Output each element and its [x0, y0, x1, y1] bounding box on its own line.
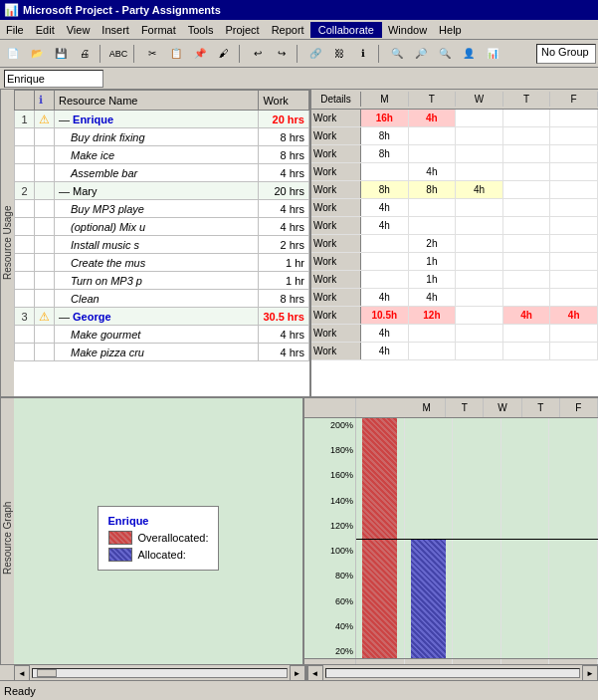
row-icon — [35, 290, 55, 308]
gantt-cell — [456, 307, 503, 324]
save-button[interactable]: 💾 — [50, 43, 72, 65]
name-input[interactable] — [4, 70, 103, 88]
col-resource-name: Resource Name — [55, 91, 259, 111]
copy-button[interactable]: 📋 — [165, 43, 187, 65]
cut-button[interactable]: ✂ — [141, 43, 163, 65]
gantt-cells: 1h — [361, 253, 598, 270]
gantt-row: Work4h — [311, 217, 598, 235]
gantt-cells: 8h — [361, 145, 598, 162]
paste-button[interactable]: 📌 — [189, 43, 211, 65]
scroll-left[interactable]: ◄ — [14, 665, 30, 681]
menu-format[interactable]: Format — [135, 22, 182, 38]
gantt-day-header: T — [503, 92, 551, 107]
scroll-right-l[interactable]: ► — [290, 665, 305, 681]
chart-day-headers: MTWTF — [408, 398, 598, 417]
scroll-track-right[interactable] — [325, 668, 581, 678]
print-button[interactable]: 🖨 — [74, 43, 96, 65]
gantt-cell: 4h — [361, 325, 409, 342]
gantt-cell — [409, 217, 457, 234]
row-number: 1 — [15, 111, 35, 128]
menu-report[interactable]: Report — [266, 22, 310, 38]
menu-tools[interactable]: Tools — [182, 22, 220, 38]
gantt-header: Details MTWTF — [311, 90, 598, 110]
scroll-left-r[interactable]: ◄ — [307, 665, 323, 681]
gantt-cell — [503, 145, 551, 162]
row-icon — [35, 254, 55, 272]
work-cell: 4 hrs — [259, 344, 309, 361]
overalloc-legend-item: Overallocated: — [108, 531, 209, 545]
chart-day-header: M — [408, 398, 446, 417]
legend-title: Enrique — [108, 515, 209, 527]
collapse-icon[interactable]: — — [59, 185, 73, 197]
resource-name-cell: — Enrique — [55, 111, 259, 128]
gantt-detail-cell: Work — [311, 199, 361, 216]
left-scrollbar[interactable]: ◄ ► — [14, 665, 305, 680]
chart-body-area: 200%180%160%140%120%100%80%60%40%20% — [304, 418, 598, 658]
resource-table: ℹ Resource Name Work 1⚠— Enrique20 hrsBu… — [14, 90, 309, 361]
undo-button[interactable]: ↩ — [247, 43, 269, 65]
alloc-swatch — [108, 548, 132, 562]
work-cell: 8 hrs — [259, 128, 309, 146]
gantt-cell — [503, 181, 551, 198]
upper-pane: Resource Usage ℹ Resource Name Work 1⚠— … — [0, 90, 598, 398]
resource-name-cell: Assemble bar — [55, 164, 259, 182]
menu-window[interactable]: Window — [382, 22, 433, 38]
resource-name-cell: Turn on MP3 p — [55, 272, 259, 290]
gantt-cell — [456, 235, 503, 252]
link-button[interactable]: 🔗 — [304, 43, 326, 65]
menu-project[interactable]: Project — [219, 22, 265, 38]
gantt-cell — [503, 253, 551, 270]
gantt-day-header: T — [409, 92, 457, 107]
col-icon: ℹ — [35, 91, 55, 111]
collapse-icon[interactable]: — — [59, 311, 73, 323]
menu-file[interactable]: File — [0, 22, 30, 38]
collapse-icon[interactable]: — — [59, 114, 73, 125]
gantt-cells: 10.5h12h4h4h — [361, 307, 598, 324]
gantt-row: Work4h — [311, 163, 598, 181]
row-icon — [35, 272, 55, 290]
table-row: Make pizza cru4 hrs — [15, 344, 309, 361]
task-info[interactable]: ℹ — [352, 43, 374, 65]
gantt-cell — [456, 163, 503, 180]
gantt-row: Work16h4h — [311, 110, 598, 127]
gantt-cells: 4h — [361, 325, 598, 342]
gantt-cell — [550, 145, 598, 162]
row-icon: ⚠ — [35, 111, 55, 128]
spell-button[interactable]: ABC — [107, 43, 129, 65]
menu-view[interactable]: View — [61, 22, 97, 38]
zoom-out[interactable]: 🔍 — [434, 43, 456, 65]
new-button[interactable]: 📄 — [2, 43, 24, 65]
table-row: Turn on MP3 p1 hr — [15, 272, 309, 290]
menu-collaborate[interactable]: Collaborate — [310, 22, 382, 38]
filter-button[interactable]: 🔍 — [386, 43, 408, 65]
format-painter[interactable]: 🖌 — [213, 43, 235, 65]
resource-name-cell: Install music s — [55, 236, 259, 254]
open-button[interactable]: 📂 — [26, 43, 48, 65]
gantt-cell — [456, 127, 503, 144]
gantt-cell: 4h — [361, 343, 409, 359]
table-row: Buy drink fixing8 hrs — [15, 128, 309, 146]
no-group-dropdown[interactable]: No Group — [536, 44, 596, 64]
gantt-cell — [550, 289, 598, 306]
scroll-track-left[interactable] — [32, 668, 288, 678]
zoom-in[interactable]: 🔎 — [410, 43, 432, 65]
gantt-cells: 4h — [361, 217, 598, 234]
menu-edit[interactable]: Edit — [30, 22, 61, 38]
col-rownum — [15, 91, 35, 111]
menu-insert[interactable]: Insert — [96, 22, 135, 38]
y-axis-label: 20% — [335, 646, 353, 656]
gantt-cell — [456, 199, 503, 216]
gantt-cell — [456, 343, 503, 359]
menu-help[interactable]: Help — [433, 22, 468, 38]
ws-button[interactable]: 📊 — [482, 43, 503, 65]
gantt-cell — [503, 217, 551, 234]
row-icon — [35, 344, 55, 361]
toolbar: 📄 📂 💾 🖨 ABC ✂ 📋 📌 🖌 ↩ ↪ 🔗 ⛓ ℹ 🔍 🔎 🔍 👤 📊 … — [0, 40, 598, 68]
unlink-button[interactable]: ⛓ — [328, 43, 350, 65]
redo-button[interactable]: ↪ — [271, 43, 293, 65]
assign-res[interactable]: 👤 — [458, 43, 480, 65]
gantt-cell — [456, 289, 503, 306]
title-text: Microsoft Project - Party Assignments — [23, 4, 221, 16]
right-scrollbar[interactable]: ◄ ► — [307, 665, 599, 680]
scroll-right-r[interactable]: ► — [582, 665, 598, 681]
